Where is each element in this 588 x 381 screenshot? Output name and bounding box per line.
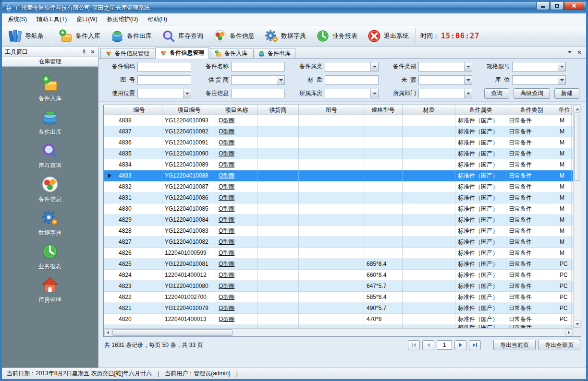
column-header-8[interactable]: 备件类别 bbox=[506, 105, 557, 115]
title-bar[interactable]: 广州爱奇迪软件科技有限公司-深田之星仓库管理系统 bbox=[2, 2, 586, 13]
chevron-down-icon[interactable] bbox=[370, 62, 378, 71]
sidebar-item-parts-info[interactable]: 备件信息 bbox=[38, 175, 61, 203]
toolbar-parts-info-button[interactable]: 备件信息 bbox=[208, 27, 259, 45]
menu-item-2[interactable]: 窗口(W) bbox=[72, 13, 102, 25]
table-row[interactable]: 4834YG12204010089O型圈标准件（国产）日常备件M bbox=[104, 159, 573, 170]
scroll-left-button[interactable] bbox=[104, 329, 111, 336]
chevron-down-icon[interactable] bbox=[558, 62, 565, 71]
chevron-down-icon[interactable] bbox=[464, 62, 472, 71]
maximize-button[interactable] bbox=[550, 2, 564, 10]
hscroll-thumb[interactable] bbox=[112, 329, 233, 336]
search-select[interactable] bbox=[512, 75, 566, 85]
export-current-page-button[interactable]: 导出当前页 bbox=[493, 340, 536, 350]
search-select[interactable] bbox=[325, 89, 379, 98]
toolbar-inbound-button[interactable]: 备件入库 bbox=[54, 27, 105, 45]
table-row[interactable]: 48261220401000599O型圈标准件（国产）日常备件M bbox=[104, 248, 573, 259]
table-row[interactable]: 4836YG12204010091O型圈标准件（国产）日常备件M bbox=[104, 137, 573, 148]
search-select[interactable] bbox=[137, 89, 191, 98]
column-header-7[interactable]: 备件属类 bbox=[455, 105, 506, 115]
toolbar-stock-query-button[interactable]: 库存查询 bbox=[157, 27, 208, 45]
page-input[interactable] bbox=[437, 340, 452, 350]
table-row[interactable]: 4827YG12204010082O型圈标准件（国产）日常备件M bbox=[104, 237, 573, 248]
table-row[interactable]: 48221220401002700O型圈585*8.4标准件（国产）日常备件PC bbox=[104, 292, 573, 303]
column-header-5[interactable]: 规格型号 bbox=[364, 105, 403, 115]
sidebar-item-report[interactable]: 业务报表 bbox=[38, 242, 61, 271]
column-header-1[interactable]: 项目编号 bbox=[162, 105, 216, 115]
menu-item-1[interactable]: 辅助工具(T) bbox=[32, 13, 72, 25]
search-select[interactable] bbox=[418, 89, 472, 98]
search-input[interactable] bbox=[231, 62, 285, 71]
table-row[interactable]: 4832YG12204010087O型圈标准件（国产）日常备件M bbox=[104, 181, 573, 192]
table-row[interactable]: 4833YG12204010088O型圈标准件（国产）日常备件M bbox=[104, 170, 573, 181]
last-page-button[interactable] bbox=[469, 340, 481, 350]
sidebar-item-inbound[interactable]: 备件入库 bbox=[38, 74, 61, 103]
close-button[interactable] bbox=[564, 2, 584, 10]
table-row[interactable]: 标准件（国产）日常备件 bbox=[104, 325, 573, 328]
vertical-scrollbar[interactable] bbox=[573, 105, 581, 328]
tab-close-icon[interactable] bbox=[577, 50, 581, 54]
tab-list-chevron-icon[interactable] bbox=[568, 51, 572, 53]
search-input[interactable] bbox=[325, 75, 379, 85]
tab-2[interactable]: 备件入库 bbox=[210, 48, 252, 58]
search-input[interactable] bbox=[231, 89, 285, 98]
table-row[interactable]: 4825YG12204010081O型圈685*8.4标准件（国产）日常备件PC bbox=[104, 259, 573, 270]
new-button[interactable]: 新建 bbox=[554, 88, 579, 99]
sidebar-item-outbound[interactable]: 备件出库 bbox=[38, 108, 61, 136]
menu-item-0[interactable]: 系统(S) bbox=[3, 13, 32, 25]
search-select[interactable] bbox=[231, 75, 285, 85]
table-row[interactable]: 4823YG12204010080O型圈647*5.7标准件（国产）日常备件PC bbox=[104, 281, 573, 292]
toolbar-exit-button[interactable]: 退出系统 bbox=[363, 27, 413, 45]
query-button[interactable]: 查询 bbox=[484, 88, 509, 99]
first-page-button[interactable] bbox=[408, 340, 420, 350]
search-select[interactable] bbox=[325, 62, 379, 71]
table-row[interactable]: 4828YG12204010083O型圈标准件（国产）日常备件M bbox=[104, 226, 573, 237]
chevron-down-icon[interactable] bbox=[277, 76, 284, 84]
toolbar-report-button[interactable]: 业务报表 bbox=[311, 27, 362, 45]
vscroll-thumb[interactable] bbox=[574, 114, 580, 181]
column-header-9[interactable]: 单位 bbox=[557, 105, 572, 115]
search-select[interactable] bbox=[512, 62, 566, 71]
column-header-6[interactable]: 材质 bbox=[403, 105, 455, 115]
menu-item-3[interactable]: 数据维护(D) bbox=[102, 13, 143, 25]
toolbar-data-dict-button[interactable]: 数据字典 bbox=[260, 27, 310, 45]
next-page-button[interactable] bbox=[454, 340, 466, 350]
horizontal-scrollbar[interactable] bbox=[104, 328, 573, 336]
pin-icon[interactable] bbox=[81, 49, 87, 55]
column-header-2[interactable]: 项目名称 bbox=[216, 105, 257, 115]
table-row[interactable]: 4837YG12204010092O型圈标准件（国产）日常备件M bbox=[104, 126, 573, 137]
toolbar-navbar-button[interactable]: 导航条 bbox=[4, 27, 48, 45]
menu-item-4[interactable]: 帮助(H) bbox=[143, 13, 172, 25]
table-row[interactable]: 48241220401400012O型圈660*8.4标准件（国产）日常备件PC bbox=[104, 270, 573, 281]
column-header-4[interactable]: 图号 bbox=[299, 105, 364, 115]
chevron-down-icon[interactable] bbox=[370, 89, 378, 98]
sidebar-item-data-dict[interactable]: 数据字典 bbox=[38, 209, 61, 237]
table-row[interactable]: 48201220401400013O型圈470*8标准件（国产）日常备件PC bbox=[104, 314, 573, 325]
minimize-button[interactable] bbox=[536, 2, 550, 10]
sidebar-item-stock-query[interactable]: 库存查询 bbox=[38, 142, 61, 170]
table-row[interactable]: 4821YG12204010079O型圈490*5.7标准件（国产）日常备件PC bbox=[104, 303, 573, 314]
tab-1[interactable]: 备件信息管理 bbox=[155, 47, 209, 59]
column-header-3[interactable]: 供货商 bbox=[257, 105, 299, 115]
scroll-down-button[interactable] bbox=[574, 321, 581, 328]
toolbar-outbound-button[interactable]: 备件出库 bbox=[106, 27, 156, 45]
sidebar-item-warehouse[interactable]: 库房管理 bbox=[38, 276, 61, 304]
table-row[interactable]: 4831YG12204010086O型圈标准件（国产）日常备件M bbox=[104, 192, 573, 203]
panel-close-icon[interactable] bbox=[91, 50, 95, 54]
table-row[interactable]: 4835YG12204010090O型圈标准件（国产）日常备件M bbox=[104, 148, 573, 159]
chevron-down-icon[interactable] bbox=[464, 76, 472, 84]
table-row[interactable]: 4830YG12204010085O型圈标准件（国产）日常备件M bbox=[104, 203, 573, 214]
prev-page-button[interactable] bbox=[422, 340, 434, 350]
column-header-0[interactable]: 编号 bbox=[116, 105, 162, 115]
table-row[interactable]: 4838YG12204010093O型圈标准件（国产）日常备件M bbox=[104, 115, 573, 126]
export-all-pages-button[interactable]: 导出全部页 bbox=[538, 340, 580, 350]
chevron-down-icon[interactable] bbox=[464, 89, 472, 98]
table-row[interactable]: 4829YG12204010084O型圈标准件（国产）日常备件M bbox=[104, 214, 573, 226]
chevron-down-icon[interactable] bbox=[183, 89, 191, 98]
search-select[interactable] bbox=[418, 62, 472, 71]
search-select[interactable] bbox=[418, 75, 472, 85]
scroll-right-button[interactable] bbox=[565, 329, 573, 336]
search-input[interactable] bbox=[137, 62, 191, 71]
advanced-query-button[interactable]: 高级查询 bbox=[514, 88, 550, 99]
tab-3[interactable]: 备件出库 bbox=[253, 48, 295, 58]
search-input[interactable] bbox=[137, 75, 191, 85]
